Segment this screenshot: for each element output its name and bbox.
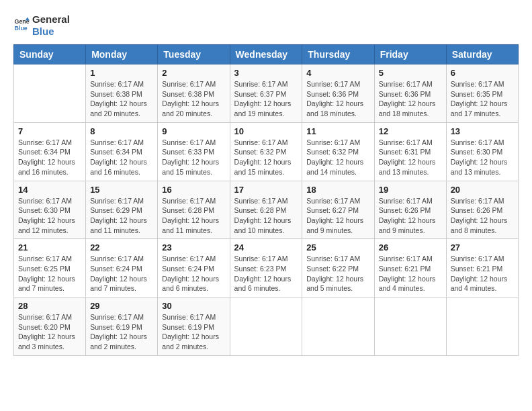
calendar-cell bbox=[374, 298, 446, 356]
day-info: Sunrise: 6:17 AM Sunset: 6:32 PM Dayligh… bbox=[234, 138, 298, 177]
day-info: Sunrise: 6:17 AM Sunset: 6:29 PM Dayligh… bbox=[90, 196, 153, 236]
calendar-week-3: 14Sunrise: 6:17 AM Sunset: 6:30 PM Dayli… bbox=[14, 181, 519, 239]
day-info: Sunrise: 6:17 AM Sunset: 6:26 PM Dayligh… bbox=[379, 196, 442, 236]
page-header: General Blue General Blue bbox=[13, 13, 519, 38]
calendar-cell: 15Sunrise: 6:17 AM Sunset: 6:29 PM Dayli… bbox=[86, 181, 158, 239]
day-info: Sunrise: 6:17 AM Sunset: 6:38 PM Dayligh… bbox=[162, 79, 225, 119]
day-info: Sunrise: 6:17 AM Sunset: 6:28 PM Dayligh… bbox=[162, 196, 225, 236]
calendar-cell: 21Sunrise: 6:17 AM Sunset: 6:25 PM Dayli… bbox=[14, 239, 86, 298]
calendar-cell: 7Sunrise: 6:17 AM Sunset: 6:34 PM Daylig… bbox=[14, 122, 86, 181]
day-info: Sunrise: 6:17 AM Sunset: 6:25 PM Dayligh… bbox=[18, 254, 81, 293]
day-info: Sunrise: 6:17 AM Sunset: 6:37 PM Dayligh… bbox=[234, 79, 298, 119]
day-number: 19 bbox=[379, 185, 442, 195]
day-number: 16 bbox=[162, 185, 225, 195]
logo-blue-text: Blue bbox=[32, 26, 70, 38]
day-number: 29 bbox=[90, 301, 153, 311]
day-info: Sunrise: 6:17 AM Sunset: 6:24 PM Dayligh… bbox=[162, 254, 225, 293]
day-number: 2 bbox=[162, 68, 225, 78]
calendar-cell: 14Sunrise: 6:17 AM Sunset: 6:30 PM Dayli… bbox=[14, 181, 86, 239]
calendar-cell: 9Sunrise: 6:17 AM Sunset: 6:33 PM Daylig… bbox=[158, 122, 230, 181]
day-number: 20 bbox=[451, 185, 514, 195]
day-number: 7 bbox=[18, 126, 81, 136]
svg-text:Blue: Blue bbox=[15, 25, 28, 32]
calendar-cell: 5Sunrise: 6:17 AM Sunset: 6:36 PM Daylig… bbox=[374, 64, 446, 123]
day-number: 25 bbox=[306, 242, 369, 253]
col-header-sunday: Sunday bbox=[14, 45, 86, 64]
calendar-cell: 26Sunrise: 6:17 AM Sunset: 6:21 PM Dayli… bbox=[374, 239, 446, 298]
day-number: 10 bbox=[234, 126, 298, 136]
calendar-cell: 12Sunrise: 6:17 AM Sunset: 6:31 PM Dayli… bbox=[374, 122, 446, 181]
calendar-week-4: 21Sunrise: 6:17 AM Sunset: 6:25 PM Dayli… bbox=[14, 239, 519, 298]
calendar-cell: 27Sunrise: 6:17 AM Sunset: 6:21 PM Dayli… bbox=[446, 239, 518, 298]
day-info: Sunrise: 6:17 AM Sunset: 6:24 PM Dayligh… bbox=[90, 254, 153, 293]
calendar-cell: 11Sunrise: 6:17 AM Sunset: 6:32 PM Dayli… bbox=[302, 122, 374, 181]
day-info: Sunrise: 6:17 AM Sunset: 6:28 PM Dayligh… bbox=[234, 196, 298, 236]
day-number: 23 bbox=[162, 242, 225, 253]
day-number: 18 bbox=[306, 185, 369, 195]
day-number: 11 bbox=[306, 126, 369, 136]
calendar-week-5: 28Sunrise: 6:17 AM Sunset: 6:20 PM Dayli… bbox=[14, 298, 519, 356]
day-info: Sunrise: 6:17 AM Sunset: 6:20 PM Dayligh… bbox=[18, 312, 81, 352]
day-number: 26 bbox=[379, 242, 442, 253]
calendar-cell: 10Sunrise: 6:17 AM Sunset: 6:32 PM Dayli… bbox=[230, 122, 302, 181]
calendar-week-2: 7Sunrise: 6:17 AM Sunset: 6:34 PM Daylig… bbox=[14, 122, 519, 181]
day-number: 30 bbox=[162, 301, 225, 311]
day-number: 9 bbox=[162, 126, 225, 136]
day-info: Sunrise: 6:17 AM Sunset: 6:38 PM Dayligh… bbox=[90, 79, 153, 119]
day-number: 24 bbox=[234, 242, 298, 253]
col-header-wednesday: Wednesday bbox=[230, 45, 302, 64]
calendar-cell bbox=[446, 298, 518, 356]
calendar-cell: 29Sunrise: 6:17 AM Sunset: 6:19 PM Dayli… bbox=[86, 298, 158, 356]
day-info: Sunrise: 6:17 AM Sunset: 6:22 PM Dayligh… bbox=[306, 254, 369, 293]
calendar-cell: 13Sunrise: 6:17 AM Sunset: 6:30 PM Dayli… bbox=[446, 122, 518, 181]
day-info: Sunrise: 6:17 AM Sunset: 6:19 PM Dayligh… bbox=[90, 312, 153, 352]
day-number: 28 bbox=[18, 301, 81, 311]
day-number: 14 bbox=[18, 185, 81, 195]
day-number: 12 bbox=[379, 126, 442, 136]
calendar-cell bbox=[14, 64, 86, 123]
calendar-cell: 25Sunrise: 6:17 AM Sunset: 6:22 PM Dayli… bbox=[302, 239, 374, 298]
calendar-cell: 2Sunrise: 6:17 AM Sunset: 6:38 PM Daylig… bbox=[158, 64, 230, 123]
calendar-cell: 24Sunrise: 6:17 AM Sunset: 6:23 PM Dayli… bbox=[230, 239, 302, 298]
col-header-monday: Monday bbox=[86, 45, 158, 64]
calendar-cell: 19Sunrise: 6:17 AM Sunset: 6:26 PM Dayli… bbox=[374, 181, 446, 239]
day-info: Sunrise: 6:17 AM Sunset: 6:35 PM Dayligh… bbox=[451, 79, 514, 119]
calendar-cell: 18Sunrise: 6:17 AM Sunset: 6:27 PM Dayli… bbox=[302, 181, 374, 239]
day-info: Sunrise: 6:17 AM Sunset: 6:27 PM Dayligh… bbox=[306, 196, 369, 236]
logo-icon: General Blue bbox=[13, 16, 30, 35]
col-header-thursday: Thursday bbox=[302, 45, 374, 64]
col-header-saturday: Saturday bbox=[446, 45, 518, 64]
calendar-cell: 20Sunrise: 6:17 AM Sunset: 6:26 PM Dayli… bbox=[446, 181, 518, 239]
logo: General Blue General Blue bbox=[13, 13, 70, 38]
day-info: Sunrise: 6:17 AM Sunset: 6:30 PM Dayligh… bbox=[18, 196, 81, 236]
day-info: Sunrise: 6:17 AM Sunset: 6:19 PM Dayligh… bbox=[162, 312, 225, 352]
calendar-header-row: SundayMondayTuesdayWednesdayThursdayFrid… bbox=[14, 45, 519, 64]
day-info: Sunrise: 6:17 AM Sunset: 6:34 PM Dayligh… bbox=[18, 138, 81, 177]
calendar-cell: 17Sunrise: 6:17 AM Sunset: 6:28 PM Dayli… bbox=[230, 181, 302, 239]
calendar-cell: 1Sunrise: 6:17 AM Sunset: 6:38 PM Daylig… bbox=[86, 64, 158, 123]
calendar-cell: 3Sunrise: 6:17 AM Sunset: 6:37 PM Daylig… bbox=[230, 64, 302, 123]
calendar-cell: 23Sunrise: 6:17 AM Sunset: 6:24 PM Dayli… bbox=[158, 239, 230, 298]
day-number: 21 bbox=[18, 242, 81, 253]
day-number: 13 bbox=[451, 126, 514, 136]
day-number: 15 bbox=[90, 185, 153, 195]
day-number: 5 bbox=[379, 68, 442, 78]
day-number: 22 bbox=[90, 242, 153, 253]
day-number: 8 bbox=[90, 126, 153, 136]
calendar-cell: 30Sunrise: 6:17 AM Sunset: 6:19 PM Dayli… bbox=[158, 298, 230, 356]
day-number: 6 bbox=[451, 68, 514, 78]
logo-general-text: General bbox=[32, 13, 70, 26]
calendar-cell bbox=[230, 298, 302, 356]
day-info: Sunrise: 6:17 AM Sunset: 6:34 PM Dayligh… bbox=[90, 138, 153, 177]
day-number: 3 bbox=[234, 68, 298, 78]
day-info: Sunrise: 6:17 AM Sunset: 6:21 PM Dayligh… bbox=[451, 254, 514, 293]
calendar-cell: 16Sunrise: 6:17 AM Sunset: 6:28 PM Dayli… bbox=[158, 181, 230, 239]
col-header-friday: Friday bbox=[374, 45, 446, 64]
day-info: Sunrise: 6:17 AM Sunset: 6:32 PM Dayligh… bbox=[306, 138, 369, 177]
day-info: Sunrise: 6:17 AM Sunset: 6:26 PM Dayligh… bbox=[451, 196, 514, 236]
calendar-cell: 22Sunrise: 6:17 AM Sunset: 6:24 PM Dayli… bbox=[86, 239, 158, 298]
day-number: 1 bbox=[90, 68, 153, 78]
day-number: 17 bbox=[234, 185, 298, 195]
calendar-table: SundayMondayTuesdayWednesdayThursdayFrid… bbox=[13, 44, 519, 356]
day-info: Sunrise: 6:17 AM Sunset: 6:33 PM Dayligh… bbox=[162, 138, 225, 177]
